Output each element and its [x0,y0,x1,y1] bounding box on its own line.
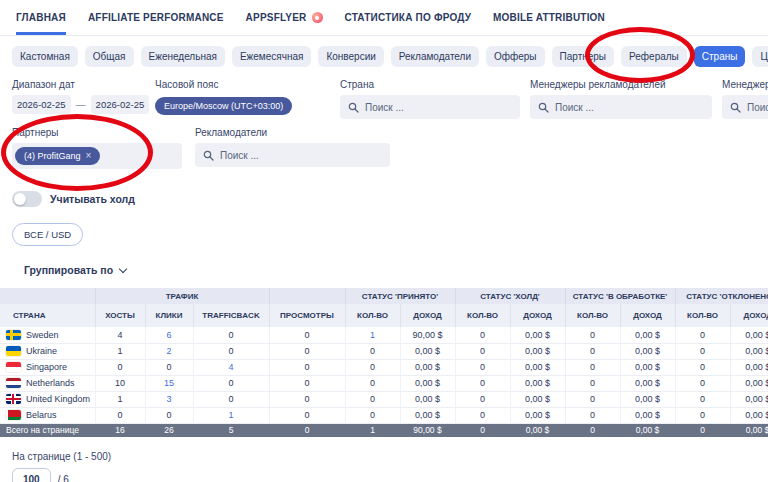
report-tab[interactable]: Рекламодатели [391,46,479,67]
nav-tab-mobile-attribution[interactable]: MOBILE ATTRIBUTION [493,0,605,35]
table-cell: 0,00 $ [730,327,768,343]
table-cell[interactable]: 4 [193,359,269,375]
flag-ua-icon [6,346,21,356]
nav-tab-main[interactable]: ГЛАВНАЯ [16,0,66,35]
table-cell: 0,00 $ [620,327,675,343]
filter-timezone: Часовой пояс Europe/Moscow (UTC+03:00) [155,79,330,119]
search-icon [538,102,549,113]
table-cell[interactable]: 2 [145,343,193,359]
report-tab[interactable]: Общая [85,46,134,67]
table-group-header [269,288,345,304]
table-cell: 0,00 $ [620,391,675,407]
table-cell: 0 [455,327,510,343]
table-row: Ukraine120000,00 $00,00 $00,00 $00,00 $ [0,343,768,359]
nav-tab-fraud-stats[interactable]: СТАТИСТИКА ПО ФРОДУ [345,0,472,35]
table-cell: 0,00 $ [730,343,768,359]
table-cell: 0 [145,407,193,423]
group-by-dropdown[interactable]: Группировать по [24,264,126,276]
table-column-header[interactable]: TRAFFICBACK [193,304,269,327]
nav-tab-label: MOBILE ATTRIBUTION [493,12,605,23]
report-tab[interactable]: Кастомная [12,46,78,67]
table-cell: 0 [565,343,620,359]
advertiser-managers-search-input[interactable]: Поиск ... [530,95,712,119]
page-size-selector[interactable]: 100 [12,468,51,482]
table-column-header[interactable]: ДОХОД [730,304,768,327]
table-column-header[interactable]: ПРОСМОТРЫ [269,304,345,327]
table-column-header[interactable]: КОЛ-ВО [675,304,730,327]
table-column-header[interactable]: ДОХОД [400,304,455,327]
table-cell: 0,00 $ [400,375,455,391]
group-by-label: Группировать по [24,264,113,276]
table-cell[interactable]: 1 [345,327,400,343]
report-tab[interactable]: Офферы [486,46,545,67]
report-tab[interactable]: Партнеры [552,46,615,67]
table-column-header[interactable]: ХОСТЫ [95,304,145,327]
advertisers-search-input[interactable]: Поиск ... [195,143,390,167]
report-tab[interactable]: Конверсии [318,46,383,67]
chevron-down-icon [119,264,127,272]
table-cell: 0 [345,359,400,375]
report-tab[interactable]: Еженедельная [141,46,225,67]
hold-toggle[interactable] [12,191,42,207]
report-tab-label: Конверсии [326,51,375,62]
table-cell[interactable]: 3 [145,391,193,407]
total-cell: 0 [565,423,620,437]
table-column-header[interactable]: СТРАНА [0,304,95,327]
country-cell: Ukraine [0,343,95,359]
report-tab[interactable]: Страны [694,46,746,67]
currency-filter-pill[interactable]: ВСЕ / USD [12,223,83,246]
table-cell: 0,00 $ [400,343,455,359]
nav-tab-affiliate-performance[interactable]: AFFILIATE PERFORMANCE [88,0,224,35]
table-group-header [0,288,95,304]
nav-tab-appsflyer[interactable]: APPSFLYER [246,0,323,35]
filter-advertisers: Рекламодатели Поиск ... [195,127,390,169]
table-cell: 0 [95,407,145,423]
country-cell: United Kingdom [0,391,95,407]
table-cell: 0,00 $ [510,343,565,359]
table-cell: 0 [565,327,620,343]
country-search-input[interactable]: Поиск ... [340,95,520,119]
date-from-input[interactable]: 2026-02-25 [12,95,71,114]
table-column-header[interactable]: КОЛ-ВО [345,304,400,327]
table-cell: 1 [95,391,145,407]
partner-chip-label: (4) ProfitGang [24,151,81,161]
report-tab-label: Офферы [494,51,537,62]
report-tab[interactable]: Ежемесячная [232,46,311,67]
search-placeholder: Поиск ... [555,102,594,113]
timezone-pill[interactable]: Europe/Moscow (UTC+03:00) [155,97,292,115]
date-to-input[interactable]: 2026-02-25 [91,95,150,114]
filter-partners: Партнеры (4) ProfitGang × [12,127,182,169]
table-column-header[interactable]: ДОХОД [510,304,565,327]
report-tabs: КастомнаяОбщаяЕженедельнаяЕжемесячнаяКон… [0,46,768,67]
nav-tab-label: APPSFLYER [246,12,307,23]
hold-toggle-label: Учитывать холд [50,193,135,205]
table-cell: 0 [345,343,400,359]
filter-label: Страна [340,79,520,90]
table-cell[interactable]: 6 [145,327,193,343]
total-cell: 0 [455,423,510,437]
table-cell: 0 [565,407,620,423]
table-cell: 0,00 $ [400,407,455,423]
report-tab[interactable]: Рефералы [621,46,687,67]
country-cell: Netherlands [0,375,95,391]
table-column-header[interactable]: КЛИКИ [145,304,193,327]
chip-remove-icon[interactable]: × [86,151,92,161]
report-tab-label: Рекламодатели [399,51,471,62]
table-cell[interactable]: 15 [145,375,193,391]
table-cell: 0 [145,359,193,375]
total-cell: 0 [269,423,345,437]
table-cell: 0,00 $ [730,359,768,375]
report-tab-label: Цели [760,51,768,62]
table-column-header[interactable]: КОЛ-ВО [455,304,510,327]
table-column-header[interactable]: КОЛ-ВО [565,304,620,327]
partner-chip[interactable]: (4) ProfitGang × [15,147,100,165]
table-column-header[interactable]: ДОХОД [620,304,675,327]
table-group-header: СТАТУС 'ОТКЛОНЕНО' [675,288,768,304]
partners-field[interactable]: (4) ProfitGang × [12,143,182,169]
table-cell[interactable]: 1 [193,407,269,423]
partner-managers-search-input[interactable]: Поиск ... [722,95,768,119]
table-cell: 0,00 $ [510,359,565,375]
report-tab[interactable]: Цели [752,46,768,67]
table-cell: 0 [675,359,730,375]
table-cell: 0,00 $ [730,391,768,407]
